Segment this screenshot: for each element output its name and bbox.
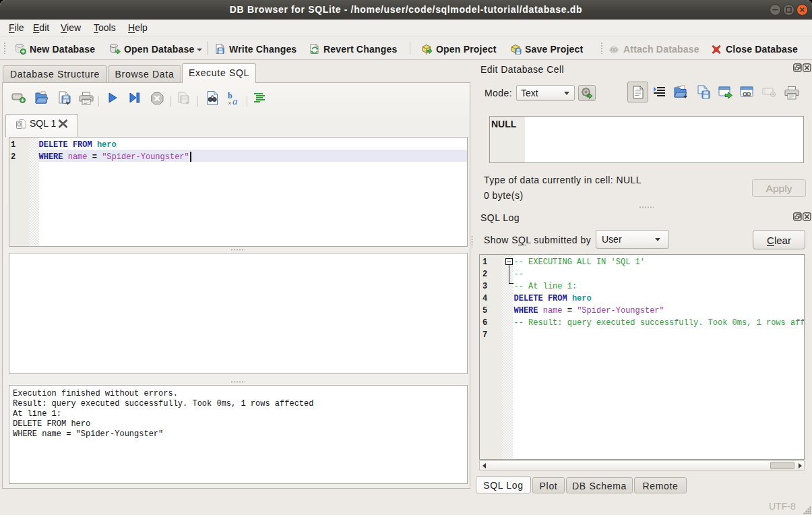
svg-text:a: a (232, 96, 238, 107)
svg-text:b: b (228, 91, 232, 100)
